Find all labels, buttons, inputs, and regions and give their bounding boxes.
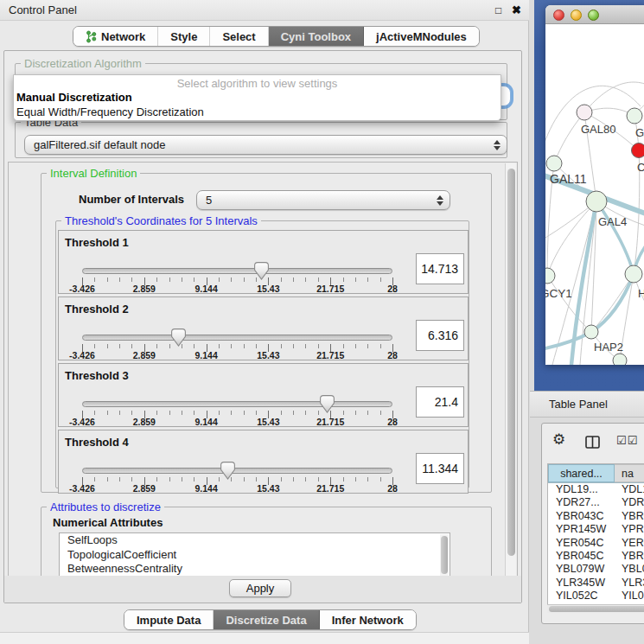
tab-label: Discretize Data — [226, 614, 306, 627]
slider-track[interactable] — [82, 335, 392, 341]
tick-mark — [244, 477, 245, 481]
threshold-panel: Threshold 4-3.4262.8599.14415.4321.71528… — [58, 430, 469, 494]
attribute-list-item[interactable]: BetweennessCentrality — [60, 562, 450, 577]
node-h-partial[interactable] — [625, 265, 642, 283]
panel-title: Control Panel — [9, 3, 77, 16]
threshold-value-field[interactable]: 21.4 — [416, 386, 464, 418]
node-attribute-table[interactable]: shared... na YDL19...YDL1YDR27...YDR2YBR… — [547, 463, 644, 612]
tab-network[interactable]: Network — [73, 27, 158, 46]
table-row[interactable]: YER054CYER0 — [548, 537, 644, 550]
checkbox-checked-icons[interactable]: ☑☑ — [616, 434, 638, 447]
close-traffic-light-icon[interactable] — [553, 10, 564, 21]
attributes-scrollbar[interactable] — [440, 534, 449, 577]
slider-thumb[interactable] — [320, 395, 335, 413]
table-data-combobox[interactable]: galFiltered.sif default node — [24, 135, 507, 155]
tick-label: 28 — [371, 483, 414, 494]
settings-scrollpane: Interval Definition Number of Intervals … — [8, 162, 518, 603]
tab-label: jActiveMNodules — [376, 30, 467, 43]
dropdown-option-manual-discretization[interactable]: Manual Discretization — [16, 91, 132, 104]
tick-mark — [107, 344, 108, 348]
apply-button[interactable]: Apply — [229, 579, 291, 597]
threshold-value-field[interactable]: 11.344 — [416, 453, 464, 484]
node-gal80[interactable] — [577, 105, 592, 120]
close-icon[interactable]: ✖ — [512, 3, 521, 16]
tab-cyni-toolbox[interactable]: Cyni Toolbox — [269, 27, 364, 46]
node-gal4[interactable] — [586, 191, 607, 212]
tab-infer-network[interactable]: Infer Network — [320, 610, 416, 629]
float-window-icon[interactable]: □ — [495, 4, 501, 16]
tick-label: -3.426 — [61, 284, 104, 294]
attribute-list-item[interactable]: SelfLoops — [60, 533, 450, 548]
network-nodes[interactable] — [545, 105, 644, 365]
table-row[interactable]: YDR27...YDR2 — [548, 496, 644, 509]
threshold-value-field[interactable]: 14.713 — [416, 253, 464, 284]
table-row[interactable]: YPR145WYPR1 — [548, 523, 644, 536]
threshold-panel: Threshold 3-3.4262.8599.14415.4321.71528… — [58, 363, 469, 427]
tick-mark — [305, 411, 306, 415]
table-row[interactable]: YDL19...YDL1 — [548, 483, 644, 496]
group-title: Attributes to discretize — [47, 501, 164, 513]
network-canvas[interactable]: GAL80 GA C GAL11 GAL4 GCY1 H HAP2 — [545, 24, 644, 365]
tick-mark — [256, 344, 257, 348]
column-header-name[interactable]: na — [615, 464, 644, 482]
tab-style[interactable]: Style — [158, 27, 210, 46]
tick-mark — [355, 477, 356, 481]
number-of-intervals-combobox[interactable]: 5 — [196, 190, 450, 210]
tick-mark — [343, 477, 344, 481]
gear-icon[interactable]: ⚙ — [552, 430, 565, 449]
node-labels: GAL80 GA C GAL11 GAL4 GCY1 H HAP2 — [545, 123, 644, 354]
tick-mark — [94, 411, 95, 415]
tick-mark — [131, 411, 132, 415]
tick-mark — [244, 277, 245, 282]
tab-discretize-data[interactable]: Discretize Data — [214, 610, 319, 629]
tick-mark — [305, 344, 306, 348]
slider-thumb[interactable] — [254, 262, 269, 280]
threshold-label: Threshold 1 — [65, 236, 129, 249]
node-red-selected[interactable] — [632, 143, 644, 158]
attribute-list-item[interactable]: TopologicalCoefficient — [60, 548, 450, 563]
scrollbar-thumb[interactable] — [507, 169, 515, 556]
tick-mark — [131, 277, 132, 282]
table-rows: YDL19...YDL1YDR27...YDR2YBR043CYBR0YPR14… — [548, 483, 644, 603]
scrollbar-thumb[interactable] — [441, 536, 448, 574]
tab-label: Network — [101, 30, 145, 43]
table-row[interactable]: YBL079WYBL0 — [548, 563, 644, 576]
control-panel-titlebar: Control Panel □ ✖ — [0, 0, 529, 21]
table-horizontal-scrollbar[interactable] — [547, 604, 644, 613]
column-header-shared-name[interactable]: shared... — [548, 464, 615, 482]
threshold-value-field[interactable]: 6.316 — [416, 320, 464, 351]
table-row[interactable]: YIL052CYIL0 — [548, 590, 644, 603]
tick-label: -3.426 — [61, 483, 104, 494]
slider-track[interactable] — [82, 268, 392, 274]
tab-impute-data[interactable]: Impute Data — [124, 610, 214, 629]
node-ga-partial[interactable] — [627, 108, 642, 124]
dropdown-option-equal-width-frequency[interactable]: Equal Width/Frequency Discretization — [16, 105, 204, 118]
tick-mark — [281, 344, 282, 348]
tick-mark — [169, 344, 170, 348]
settings-vertical-scrollbar[interactable] — [505, 163, 516, 601]
column-split-icon[interactable] — [585, 436, 600, 449]
slider-track[interactable] — [82, 401, 392, 407]
table-row[interactable]: YBR045CYBR0 — [548, 550, 644, 563]
node-bottom-partial[interactable] — [613, 354, 627, 365]
table-row[interactable]: YBR043CYBR0 — [548, 510, 644, 523]
tab-select[interactable]: Select — [210, 27, 268, 46]
slider-thumb[interactable] — [171, 328, 186, 347]
tab-jactivemnodules[interactable]: jActiveMNodules — [364, 27, 479, 46]
bottom-strip — [0, 632, 529, 644]
table-cell-shared-name: YBR043C — [548, 510, 615, 523]
scrollbar-thumb[interactable] — [549, 606, 644, 612]
slider-thumb[interactable] — [220, 462, 235, 480]
numerical-attributes-list[interactable]: SelfLoopsTopologicalCoefficientBetweenne… — [59, 532, 450, 577]
table-panel-titlebar: Table Panel — [530, 391, 644, 418]
dropdown-placeholder-item[interactable]: Select algorithm to view settings — [14, 77, 501, 90]
node-hap2[interactable] — [584, 325, 598, 339]
table-row[interactable]: YLR345WYLR3 — [548, 577, 644, 590]
slider-track[interactable] — [82, 468, 392, 474]
zoom-traffic-light-icon[interactable] — [588, 10, 599, 21]
node-gcy1[interactable] — [545, 268, 555, 284]
threshold-label: Threshold 4 — [65, 436, 129, 449]
tick-mark — [367, 344, 368, 348]
minimize-traffic-light-icon[interactable] — [571, 10, 582, 21]
node-gal11[interactable] — [546, 156, 562, 171]
